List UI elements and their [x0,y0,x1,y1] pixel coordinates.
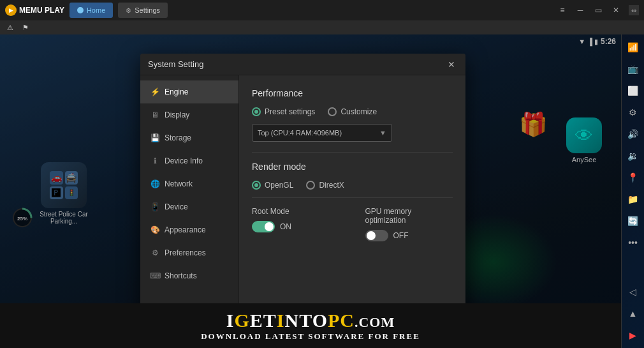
watermark-line1: IGETINTOPC.COM [226,310,395,331]
settings-item-preferences[interactable]: ⚙ Preferences [140,241,238,264]
right-sidebar: 📶 📺 ⬜ ⚙ 🔊 🔉 📍 📁 🔄 ••• ◁ ▲ ▶ [621,34,644,348]
watermark-line2: Download Latest Software for Free [201,331,420,342]
opengl-label: OpenGL [265,181,293,190]
dropdown-arrow-icon: ▼ [379,129,386,137]
wm-pc: PC [328,310,355,331]
performance-dropdown[interactable]: Top (CPU:4 RAM:4096MB) ▼ [252,124,392,142]
settings-sidebar: ⚡ Engine 🖥 Display 💾 Storage [140,75,239,318]
gpu-memory-label: GPU memory optimization [365,207,453,225]
sidebar-volume-up-icon[interactable]: 🔊 [623,124,643,144]
network-label: Network [165,179,193,188]
storage-icon: 💾 [150,133,159,142]
window-controls: ≡ ─ ▭ ✕ ⇔ [555,5,639,15]
dialog-close-btn[interactable]: ✕ [445,58,458,71]
settings-item-shortcuts[interactable]: ⌨ Shortcuts [140,264,238,287]
sidebar-rotate-icon[interactable]: 🔄 [623,211,643,231]
device-icon: 📱 [150,202,159,211]
preferences-label: Preferences [165,248,206,257]
logo-icon: ▶ [5,4,17,16]
gpu-toggle-knob [367,231,376,240]
shortcuts-icon: ⌨ [150,271,159,280]
shortcuts-label: Shortcuts [165,271,197,280]
hamburger-btn[interactable]: ≡ [555,5,570,15]
minimize-btn[interactable]: ─ [573,5,588,15]
customize-label: Customize [340,107,377,116]
expand-btn[interactable]: ⇔ [629,5,639,15]
android-desktop: ▼ ▐ ▮ 5:26 🚗 🚔 🅿 🚦 Street Police Car Par… [0,34,621,348]
settings-item-storage[interactable]: 💾 Storage [140,126,238,149]
network-icon: 🌐 [150,179,159,188]
gpu-off-text: OFF [393,231,409,240]
performance-radio-group: Preset settings Customize [252,107,453,116]
device-label: Device [165,202,188,211]
flag-icon[interactable]: ⚑ [20,22,31,33]
dialog-body: ⚡ Engine 🖥 Display 💾 Storage [140,75,465,318]
root-mode-label: Root Mode [252,207,340,216]
appearance-label: Appearance [165,225,206,234]
sidebar-location-icon[interactable]: 📍 [623,167,643,188]
preferences-icon: ⚙ [150,248,159,257]
preset-settings-radio[interactable]: Preset settings [252,107,315,116]
emulator-window: ▶ MEMU PLAY Home ⚙ Settings ≡ ─ ▭ ✕ ⇔ ⚠ … [0,0,644,348]
opengl-radio-dot [252,181,261,190]
root-mode-toggle[interactable] [252,221,275,232]
settings-item-device[interactable]: 📱 Device [140,195,238,218]
display-icon: 🖥 [150,110,159,119]
tab-home[interactable]: Home [70,3,113,18]
sidebar-folder-icon[interactable]: 📁 [623,189,643,209]
restore-btn[interactable]: ▭ [590,5,606,15]
gpu-memory-toggle[interactable] [365,230,388,241]
wm-com: .COM [355,314,395,330]
customize-radio[interactable]: Customize [328,107,377,116]
sidebar-screen-icon[interactable]: ⬜ [623,80,643,101]
wm-i: I [226,310,235,331]
tab-settings[interactable]: ⚙ Settings [118,3,168,18]
root-on-text: ON [280,222,291,231]
gpu-toggle-row: OFF [365,230,453,241]
settings-item-display[interactable]: 🖥 Display [140,103,238,126]
close-btn[interactable]: ✕ [608,5,624,15]
dropdown-value: Top (CPU:4 RAM:4096MB) [258,129,379,137]
app-logo: ▶ MEMU PLAY [5,4,64,16]
settings-item-network[interactable]: 🌐 Network [140,172,238,195]
engine-label: Engine [165,87,188,96]
settings-item-appearance[interactable]: 🎨 Appearance [140,218,238,241]
dialog-titlebar: System Setting ✕ [140,54,465,75]
tab-home-label: Home [87,6,105,14]
preset-radio-dot [252,107,261,116]
directx-radio-dot [306,181,315,190]
toggle-settings-row: Root Mode ON GPU memory o [252,207,453,241]
sidebar-settings-icon[interactable]: ⚙ [623,102,643,123]
render-mode-title: Render mode [252,162,453,172]
wm-get: GET [234,310,276,331]
directx-radio[interactable]: DirectX [306,181,344,190]
engine-icon: ⚡ [150,87,159,96]
sidebar-back-icon[interactable]: ◁ [623,282,643,302]
main-content: ▼ ▐ ▮ 5:26 🚗 🚔 🅿 🚦 Street Police Car Par… [0,34,644,348]
tab-settings-label: Settings [135,6,160,14]
section-divider-2 [252,197,453,198]
opengl-radio[interactable]: OpenGL [252,181,293,190]
settings-tab-icon: ⚙ [126,7,131,14]
settings-item-device-info[interactable]: ℹ Device Info [140,149,238,172]
storage-label: Storage [165,133,191,142]
title-bar: ▶ MEMU PLAY Home ⚙ Settings ≡ ─ ▭ ✕ ⇔ [0,0,644,20]
section-divider-1 [252,152,453,153]
wm-into: INTO [277,310,328,331]
performance-title: Performance [252,88,453,98]
settings-item-engine[interactable]: ⚡ Engine [140,80,238,103]
sidebar-youtube-icon[interactable]: ▶ [623,325,643,345]
sidebar-resolution-icon[interactable]: 📺 [623,59,643,79]
logo-text: MEMU PLAY [19,6,64,15]
toolbar: ⚠ ⚑ [0,20,644,34]
sidebar-wifi-icon[interactable]: 📶 [623,37,643,57]
root-toggle-knob [265,222,274,231]
dialog-title: System Setting [148,59,445,69]
sidebar-volume-up2-icon[interactable]: ▲ [623,303,643,324]
dialog-overlay: System Setting ✕ ⚡ Engine 🖥 [0,34,621,348]
device-info-label: Device Info [165,156,203,165]
alert-icon[interactable]: ⚠ [5,22,15,33]
root-mode-toggle-row: ON [252,221,340,232]
sidebar-volume-down-icon[interactable]: 🔉 [623,146,643,166]
sidebar-more-icon[interactable]: ••• [623,232,643,253]
